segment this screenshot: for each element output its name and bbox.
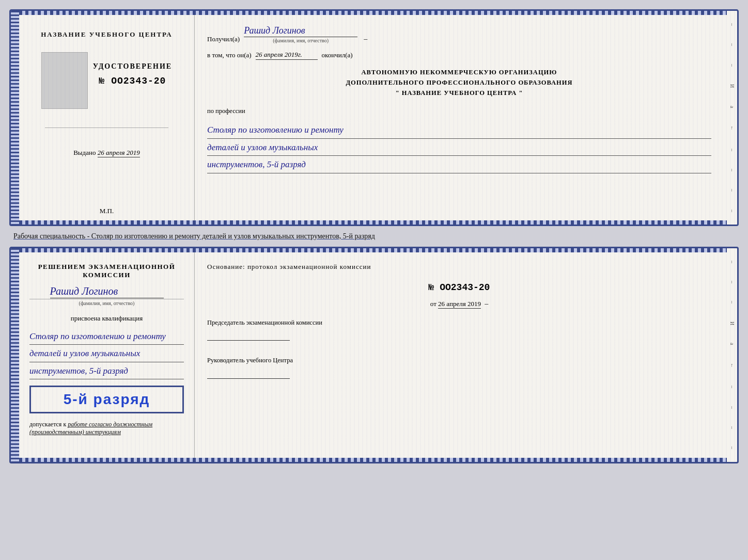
bmark2: – <box>729 281 735 283</box>
profession-line1: Столяр по изготовлению и ремонту <box>207 122 711 139</box>
specialty-label: Рабочая специальность - Столяр по изгото… <box>9 229 739 244</box>
finished-label: окончил(а) <box>322 51 353 59</box>
recipient-line: Получил(а) Рашид Логинов (фамилия, имя, … <box>207 25 711 43</box>
bottom-document: Решением экзаменационной комиссии Рашид … <box>9 247 739 463</box>
bmark5: а <box>729 343 735 345</box>
from-date-value: 26 апреля 2019 <box>438 300 481 309</box>
page-wrapper: НАЗВАНИЕ УЧЕБНОГО ЦЕНТРА УДОСТОВЕРЕНИЕ №… <box>5 5 743 468</box>
director-block: Руководитель учебного Центра <box>207 356 711 379</box>
bottom-bar-top <box>19 220 727 225</box>
from-date-line: от 26 апреля 2019 – <box>207 300 711 308</box>
qual-block: Столяр по изготовлению и ремонту деталей… <box>29 329 184 380</box>
dash-top: – <box>364 35 367 43</box>
mark7: – <box>729 149 735 151</box>
cert-title: УДОСТОВЕРЕНИЕ <box>93 62 172 71</box>
mark8: – <box>729 169 735 171</box>
director-sig-line <box>207 370 290 379</box>
profession-line2: деталей и узлов музыкальных <box>207 140 711 156</box>
basis-label: Основание: протокол экзаменационной коми… <box>207 263 711 271</box>
qual-line1: Столяр по изготовлению и ремонту <box>29 329 184 345</box>
bottom-right-panel: Основание: протокол экзаменационной коми… <box>195 252 727 458</box>
left-border-decoration-bottom <box>11 248 19 462</box>
bottom-bar-bottom <box>19 458 727 462</box>
rank-box: 5-й разряд <box>29 386 184 413</box>
date-value: 26 апреля 2019г. <box>256 51 318 60</box>
allows-text: допускается к работе согласно должностны… <box>29 421 184 436</box>
bmark10: – <box>729 446 735 449</box>
issued-date-top: 26 апреля 2019 <box>98 149 140 157</box>
mark6: ← <box>729 125 735 131</box>
mark1: – <box>729 23 735 26</box>
chairman-title: Председатель экзаменационной комиссии <box>207 318 711 328</box>
decision-text: Решением экзаменационной комиссии <box>29 263 184 279</box>
org-line1: АВТОНОМНУЮ НЕКОММЕРЧЕСКУЮ ОРГАНИЗАЦИЮ <box>207 67 711 77</box>
bmark9: – <box>729 426 735 429</box>
doc-content-top: НАЗВАНИЕ УЧЕБНОГО ЦЕНТРА УДОСТОВЕРЕНИЕ №… <box>19 15 727 220</box>
qual-line2: деталей и узлов музыкальных <box>29 346 184 362</box>
bmark6: ← <box>729 363 735 368</box>
mark4: И <box>729 84 735 88</box>
left-border-decoration <box>11 11 19 225</box>
profession-block: Столяр по изготовлению и ремонту деталей… <box>207 122 711 173</box>
bmark1: – <box>729 261 735 263</box>
date-line: в том, что он(а) 26 апреля 2019г. окончи… <box>207 51 711 60</box>
bmark8: – <box>729 406 735 409</box>
date-prefix: в том, что он(а) <box>207 51 252 59</box>
mark3: – <box>729 64 735 67</box>
doc-content-bottom: Решением экзаменационной комиссии Рашид … <box>19 252 727 458</box>
right-marks-bottom: – – – И а ← – – – – <box>727 248 737 462</box>
from-prefix: от <box>430 300 437 308</box>
doc-inner-top: НАЗВАНИЕ УЧЕБНОГО ЦЕНТРА УДОСТОВЕРЕНИЕ №… <box>19 11 727 225</box>
chairman-block: Председатель экзаменационной комиссии <box>207 318 711 341</box>
name-sublabel-top: (фамилия, имя, отчество) <box>244 38 357 43</box>
chairman-sig-line <box>207 331 290 341</box>
school-name-top: НАЗВАНИЕ УЧЕБНОГО ЦЕНТРА <box>41 30 173 39</box>
bmark4: И <box>729 322 735 325</box>
bmark3: – <box>729 301 735 303</box>
qualification-label: присвоена квалификация <box>29 314 184 323</box>
issued-label: Выдано <box>73 149 96 156</box>
profession-label: по профессии <box>207 107 711 115</box>
mark5: а <box>729 106 735 108</box>
profession-line3: инструментов, 5-й разряд <box>207 157 711 173</box>
top-document: НАЗВАНИЕ УЧЕБНОГО ЦЕНТРА УДОСТОВЕРЕНИЕ №… <box>9 9 739 226</box>
recipient-name-top: Рашид Логинов <box>244 25 357 37</box>
recipient-name-bottom: Рашид Логинов <box>50 285 164 298</box>
photo-placeholder <box>41 52 88 109</box>
name-sublabel-bottom: (фамилия, имя, отчество) <box>29 299 184 306</box>
mp-line: М.П. <box>100 207 114 215</box>
top-left-panel: НАЗВАНИЕ УЧЕБНОГО ЦЕНТРА УДОСТОВЕРЕНИЕ №… <box>19 15 195 220</box>
top-bar-bottom <box>19 248 727 252</box>
cert-number-top: № OO2343-20 <box>99 76 166 86</box>
director-title: Руководитель учебного Центра <box>207 356 711 365</box>
org-block: АВТОНОМНУЮ НЕКОММЕРЧЕСКУЮ ОРГАНИЗАЦИЮ ДО… <box>207 67 711 98</box>
org-line2: ДОПОЛНИТЕЛЬНОГО ПРОФЕССИОНАЛЬНОГО ОБРАЗО… <box>207 77 711 88</box>
mark10: – <box>729 210 735 212</box>
received-label: Получил(а) <box>207 35 240 43</box>
dash-bottom: – <box>485 300 488 308</box>
mark2: – <box>729 43 735 46</box>
org-line3: " НАЗВАНИЕ УЧЕБНОГО ЦЕНТРА " <box>207 88 711 98</box>
top-right-panel: Получил(а) Рашид Логинов (фамилия, имя, … <box>195 15 727 220</box>
rank-label: 5-й разряд <box>37 391 176 408</box>
allows-prefix: допускается к <box>29 421 66 428</box>
protocol-number-text: № OO2343-20 <box>429 282 490 293</box>
right-marks-top: – – – И а ← – – – – <box>727 11 737 225</box>
protocol-number: № OO2343-20 <box>207 282 711 293</box>
issued-line: Выдано 26 апреля 2019 <box>73 149 140 157</box>
mark9: – <box>729 189 735 191</box>
top-bar <box>19 11 727 15</box>
bottom-left-panel: Решением экзаменационной комиссии Рашид … <box>19 252 195 458</box>
qual-line3: инструментов, 5-й разряд <box>29 363 184 380</box>
bmark7: – <box>729 386 735 388</box>
doc-inner-bottom: Решением экзаменационной комиссии Рашид … <box>19 248 727 462</box>
